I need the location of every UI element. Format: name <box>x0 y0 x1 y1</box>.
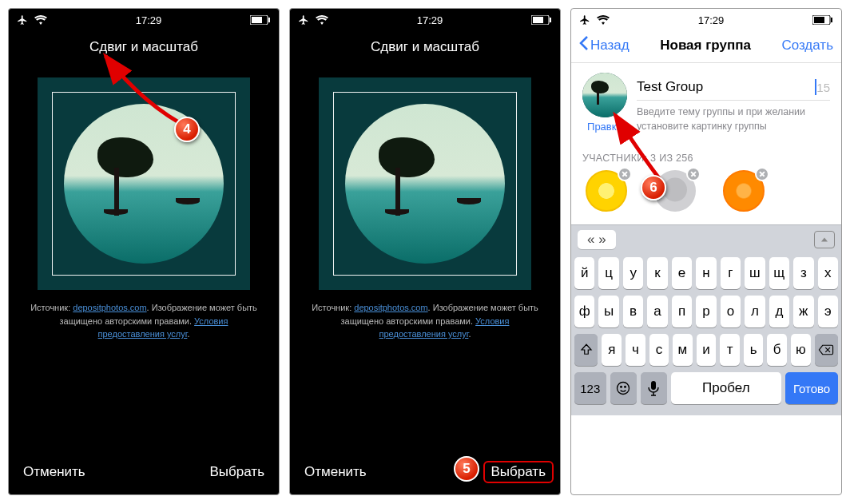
chevron-left-icon <box>579 36 589 54</box>
source-link[interactable]: depositphotos.com <box>73 303 146 312</box>
svg-rect-12 <box>651 381 656 390</box>
key-л[interactable]: л <box>745 296 765 327</box>
cancel-button[interactable]: Отменить <box>304 464 367 480</box>
space-key[interactable]: Пробел <box>671 372 782 404</box>
phone-screen-3: 17:29 Назад Новая группа Создать Правка … <box>570 8 842 495</box>
key-ь[interactable]: ь <box>744 334 764 366</box>
key-ч[interactable]: ч <box>626 334 645 366</box>
keyboard: йцукенгшщзх фывапролджэ ячсмитьбю 123 Пр… <box>571 254 841 415</box>
svg-rect-7 <box>814 17 824 23</box>
key-щ[interactable]: щ <box>769 257 789 289</box>
source-caption: Источник: depositphotos.com. Изображение… <box>9 290 279 341</box>
key-п[interactable]: п <box>672 296 692 327</box>
char-remaining: 15 <box>816 81 830 94</box>
battery-icon <box>531 15 552 25</box>
status-bar: 17:29 <box>290 9 560 31</box>
choose-button[interactable]: Выбрать <box>483 461 554 483</box>
status-bar: 17:29 <box>9 9 279 31</box>
annotation-badge-6: 6 <box>641 175 666 200</box>
clock: 17:29 <box>136 14 162 26</box>
source-caption: Источник: depositphotos.com. Изображение… <box>290 290 560 341</box>
key-н[interactable]: н <box>696 257 716 289</box>
quicktype-bar: « » <box>571 224 841 254</box>
source-link[interactable]: depositphotos.com <box>354 303 427 312</box>
nav-bar: Назад Новая группа Создать <box>571 31 841 63</box>
svg-rect-8 <box>831 18 832 22</box>
key-м[interactable]: м <box>673 334 693 366</box>
create-button[interactable]: Создать <box>781 38 833 54</box>
annotation-badge-4: 4 <box>174 117 200 142</box>
image-crop-area[interactable]: Источник: depositphotos.com. Изображение… <box>290 68 560 453</box>
key-у[interactable]: у <box>623 257 643 289</box>
status-bar: 17:29 <box>571 9 841 31</box>
svg-point-9 <box>618 383 630 395</box>
svg-rect-4 <box>533 17 543 23</box>
key-в[interactable]: в <box>623 296 643 327</box>
numeric-key[interactable]: 123 <box>574 372 606 404</box>
airplane-mode-icon <box>298 14 309 26</box>
svg-point-11 <box>625 387 626 388</box>
svg-rect-2 <box>268 18 270 22</box>
quicktype-suggestion[interactable]: « » <box>578 230 616 249</box>
clock: 17:29 <box>417 14 443 26</box>
key-р[interactable]: р <box>696 296 716 327</box>
expand-keyboard-icon[interactable] <box>814 231 835 248</box>
participant[interactable] <box>723 170 768 215</box>
key-ш[interactable]: ш <box>745 257 765 289</box>
key-д[interactable]: д <box>769 296 789 327</box>
key-ы[interactable]: ы <box>598 296 618 327</box>
key-б[interactable]: б <box>767 334 787 366</box>
svg-rect-1 <box>252 17 262 23</box>
key-и[interactable]: и <box>697 334 717 366</box>
wifi-icon <box>34 15 47 25</box>
key-х[interactable]: х <box>818 257 838 289</box>
key-ю[interactable]: ю <box>791 334 811 366</box>
battery-icon <box>812 15 833 25</box>
remove-icon[interactable] <box>755 167 769 181</box>
key-о[interactable]: о <box>721 296 741 327</box>
phone-screen-2: 17:29 Сдвиг и масштаб Источник: depositp… <box>289 8 561 495</box>
page-title: Сдвиг и масштаб <box>290 31 560 68</box>
battery-icon <box>250 15 271 25</box>
done-key[interactable]: Готово <box>785 372 838 404</box>
dictation-key[interactable] <box>641 372 667 404</box>
key-я[interactable]: я <box>602 334 622 366</box>
key-г[interactable]: г <box>721 257 741 289</box>
key-ц[interactable]: ц <box>598 257 618 289</box>
svg-rect-5 <box>550 18 551 22</box>
emoji-key[interactable] <box>610 372 637 404</box>
airplane-mode-icon <box>17 14 28 26</box>
key-к[interactable]: к <box>647 257 667 289</box>
key-е[interactable]: е <box>672 257 692 289</box>
key-а[interactable]: а <box>647 296 667 327</box>
key-ж[interactable]: ж <box>793 296 813 327</box>
wifi-icon <box>316 15 328 25</box>
backspace-key[interactable] <box>815 334 838 366</box>
clock: 17:29 <box>698 14 725 26</box>
key-з[interactable]: з <box>793 257 813 289</box>
key-э[interactable]: э <box>818 296 838 327</box>
key-ф[interactable]: ф <box>574 296 594 327</box>
key-й[interactable]: й <box>574 257 594 289</box>
nav-title: Новая группа <box>660 38 751 54</box>
back-button[interactable]: Назад <box>579 36 630 54</box>
wifi-icon <box>597 15 610 25</box>
key-с[interactable]: с <box>649 334 669 366</box>
svg-point-10 <box>621 387 622 388</box>
cancel-button[interactable]: Отменить <box>23 464 85 480</box>
choose-button[interactable]: Выбрать <box>210 464 264 480</box>
airplane-mode-icon <box>579 14 590 26</box>
shift-key[interactable] <box>574 334 598 366</box>
key-т[interactable]: т <box>720 334 740 366</box>
group-name-input[interactable]: Test Group <box>637 79 814 95</box>
annotation-badge-5: 5 <box>454 456 479 482</box>
